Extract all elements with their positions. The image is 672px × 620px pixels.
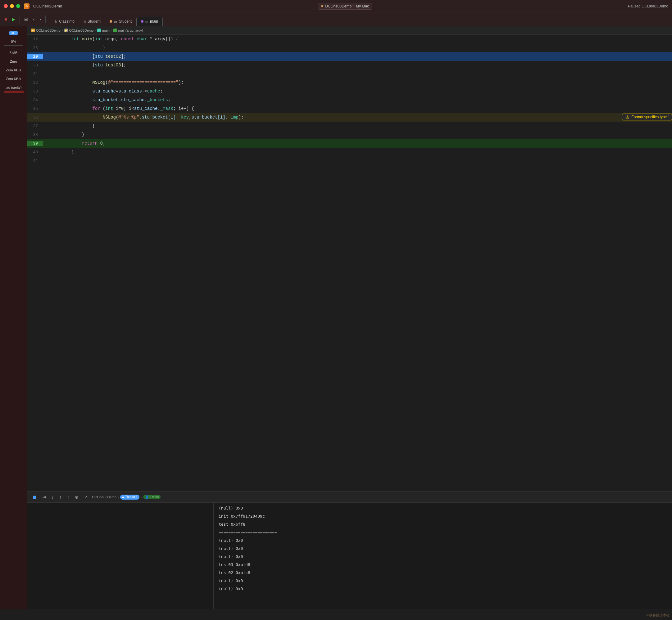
- debug-bc-frame: 👤 0 main: [143, 495, 161, 499]
- line-num-31: 31: [27, 72, 43, 76]
- sidebar-item-cpu: 20...: [0, 29, 27, 37]
- sidebar-serial-value: .ad (serial): [6, 86, 22, 89]
- tab-main-dot: [141, 20, 143, 23]
- nav-back-button[interactable]: ‹: [31, 15, 36, 23]
- sidebar-item-serial: .ad (serial): [0, 83, 27, 96]
- titlebar: A OCLine03Demo ■ OCLine03Demo › My Mac P…: [0, 0, 672, 12]
- sidebar-item-percent: 0%: [0, 37, 27, 48]
- line-num-30: 30: [27, 63, 43, 68]
- debug-btn-continue[interactable]: ↕: [65, 494, 71, 501]
- sidebar-cpu-badge: 20...: [9, 31, 18, 35]
- scheme-selector[interactable]: ■ OCLine03Demo › My Mac: [318, 3, 372, 10]
- code-line-30: 30 [stu test03];: [27, 61, 672, 69]
- tab-student-m-prefix: m: [114, 19, 117, 23]
- minimize-button[interactable]: [10, 4, 14, 8]
- stop-button[interactable]: ■: [2, 15, 9, 23]
- breadcrumb: A OCLine03Demo › 📁 OCLine03Demo › m main…: [27, 26, 672, 35]
- line-num-34: 34: [27, 98, 43, 102]
- line-num-40: 40: [27, 150, 43, 155]
- console-line-9: test02 0xbfc8: [216, 568, 670, 577]
- scheme-arrow: ›: [353, 4, 354, 8]
- line-num-41: 41: [27, 159, 43, 163]
- console-line-5: (null) 0x0: [216, 536, 670, 544]
- tab-main-label: main: [150, 19, 158, 23]
- line-num-38: 38: [27, 133, 43, 137]
- console-line-10: (null) 0x0: [216, 577, 670, 585]
- tab-student-h-prefix: h: [84, 19, 86, 23]
- breadcrumb-item-2[interactable]: OCLine03Demo: [69, 29, 94, 32]
- debug-btn-breakpoints[interactable]: ⊕: [73, 494, 80, 501]
- tab-student-m-label: Student: [119, 19, 132, 23]
- sidebar-zero-value: Zero: [10, 60, 17, 63]
- status-label: Paused OCLine03Demo: [628, 4, 668, 8]
- run-button[interactable]: ▶: [10, 15, 17, 23]
- line-num-33: 33: [27, 89, 43, 94]
- line-num-36: 36: [27, 115, 43, 120]
- main-layout: 20... 0% 3 MB Zero Zero KB/s Zero KB/s .…: [0, 26, 672, 609]
- console-line-2: init 0x7ff91720409c: [216, 512, 670, 520]
- close-button[interactable]: [4, 4, 8, 8]
- breadcrumb-sep-2: ›: [95, 29, 96, 32]
- scheme-label: OCLine03Demo: [325, 4, 351, 8]
- debug-btn-step-in[interactable]: ↓: [50, 494, 55, 501]
- debug-bc-thread: ● Thread 1: [120, 495, 139, 500]
- tab-main[interactable]: m main: [136, 17, 163, 26]
- console-line-7: (null) 0x0: [216, 552, 670, 560]
- tab-classinfo[interactable]: h ClassInfo: [51, 17, 79, 26]
- nav-forward-button[interactable]: ›: [38, 15, 43, 23]
- maximize-button[interactable]: [16, 4, 20, 8]
- console-line-4: ========================: [216, 528, 670, 536]
- titlebar-center: ■ OCLine03Demo › My Mac: [66, 3, 624, 10]
- line-num-28: 28: [27, 46, 43, 50]
- scheme-icon: ■: [321, 4, 323, 8]
- sidebar-progress-bar-container: [4, 45, 23, 46]
- sidebar-item-zero: Zero: [0, 57, 27, 66]
- breadcrumb-icon-4: f: [113, 29, 117, 32]
- app-title: OCLine03Demo: [33, 4, 62, 8]
- warning-tooltip[interactable]: ⚠ Format specifies type ': [622, 114, 672, 120]
- breadcrumb-item-4[interactable]: main(argc, argv): [118, 29, 143, 32]
- toolbar-separator-1: [19, 15, 20, 23]
- tab-student-m[interactable]: m Student: [105, 17, 136, 26]
- breadcrumb-item-3[interactable]: main: [102, 29, 110, 32]
- debug-btn-1[interactable]: ◼: [31, 493, 38, 501]
- debug-btn-step-out[interactable]: ↑: [58, 494, 63, 501]
- debug-breadcrumb: OCLine03Demo › ● Thread 1 › 👤 0 main: [92, 495, 160, 500]
- debug-bc-sep-1: ›: [118, 495, 119, 499]
- warning-text: Format specifies type ': [631, 115, 669, 119]
- sidebar-zero-kb-2-value: Zero KB/s: [6, 77, 21, 81]
- console-line-6: (null) 0x0: [216, 544, 670, 552]
- console-line-11: (null) 0x0: [216, 585, 670, 593]
- sidebar-item-zero-kb-1: Zero KB/s: [0, 66, 27, 74]
- breadcrumb-sep-1: ›: [62, 29, 63, 32]
- code-line-41: 41: [27, 156, 672, 165]
- console-line-8: test03 0xbfd8: [216, 560, 670, 568]
- tab-classinfo-label: ClassInfo: [59, 19, 75, 23]
- tab-student-h[interactable]: h Student: [79, 17, 105, 26]
- breadcrumb-icon-1: A: [31, 29, 35, 32]
- debug-toolbar: ◼ ⇥ ↓ ↑ ↕ ⊕ ↗ OCLine03Demo › ● Thread 1 …: [27, 492, 672, 503]
- tab-student-m-dot: [110, 20, 112, 23]
- console-left-panel: [27, 503, 213, 609]
- line-num-29: 29: [27, 54, 43, 59]
- breadcrumb-sep-3: ›: [111, 29, 112, 32]
- tab-main-prefix: m: [145, 19, 148, 23]
- grid-button[interactable]: ⊞: [22, 15, 30, 23]
- bottom-area: ◼ ⇥ ↓ ↑ ↕ ⊕ ↗ OCLine03Demo › ● Thread 1 …: [27, 491, 672, 609]
- app-icon: A: [24, 3, 30, 9]
- console-output: (null) 0x0 init 0x7ff91720409c test 0xbf…: [27, 503, 672, 609]
- sidebar-zero-kb-1-value: Zero KB/s: [6, 68, 21, 72]
- editor-area: A OCLine03Demo › 📁 OCLine03Demo › m main…: [27, 26, 672, 609]
- line-num-32: 32: [27, 81, 43, 85]
- debug-btn-share[interactable]: ↗: [83, 494, 89, 501]
- line-num-12: 12: [27, 37, 43, 42]
- traffic-lights: [4, 4, 20, 8]
- sidebar-percent-value: 0%: [11, 40, 16, 43]
- console-right-panel[interactable]: (null) 0x0 init 0x7ff91720409c test 0xbf…: [213, 503, 672, 609]
- debug-bc-sep-2: ›: [141, 495, 142, 499]
- sidebar-red-bar: [4, 91, 23, 93]
- code-view[interactable]: 12 int main(int argc, const char * argv[…: [27, 35, 672, 491]
- debug-bc-app: OCLine03Demo: [92, 495, 116, 499]
- breadcrumb-item-1[interactable]: OCLine03Demo: [36, 29, 60, 32]
- debug-btn-step-over[interactable]: ⇥: [41, 494, 48, 501]
